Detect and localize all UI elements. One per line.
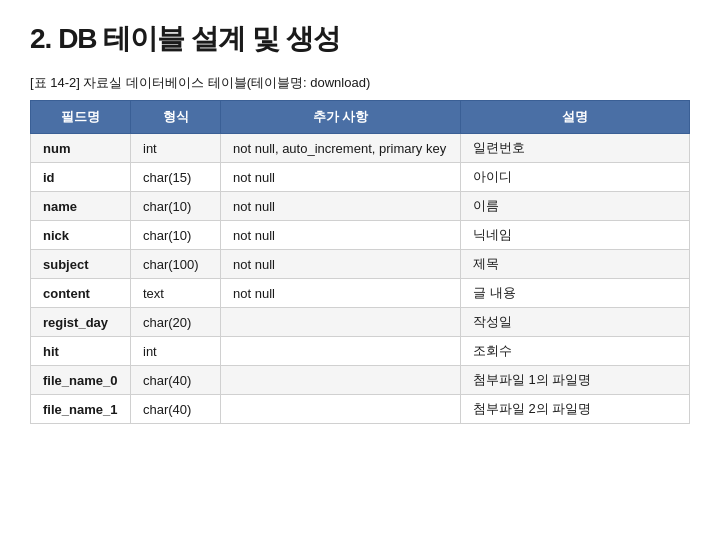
cell-type: text [131,279,221,308]
cell-extra: not null, auto_increment, primary key [221,134,461,163]
cell-desc: 제목 [461,250,690,279]
cell-type: char(40) [131,366,221,395]
cell-desc: 아이디 [461,163,690,192]
table-row: namechar(10)not null이름 [31,192,690,221]
cell-extra [221,308,461,337]
cell-field: regist_day [31,308,131,337]
cell-extra: not null [221,221,461,250]
table-row: regist_daychar(20)작성일 [31,308,690,337]
cell-field: subject [31,250,131,279]
cell-extra [221,395,461,424]
cell-type: char(100) [131,250,221,279]
header-field: 필드명 [31,101,131,134]
cell-extra: not null [221,250,461,279]
cell-field: file_name_0 [31,366,131,395]
cell-desc: 조회수 [461,337,690,366]
cell-type: char(20) [131,308,221,337]
table-row: numintnot null, auto_increment, primary … [31,134,690,163]
cell-extra [221,366,461,395]
cell-type: char(15) [131,163,221,192]
cell-desc: 첨부파일 2의 파일명 [461,395,690,424]
cell-desc: 닉네임 [461,221,690,250]
table-row: file_name_0char(40)첨부파일 1의 파일명 [31,366,690,395]
page-title: 2. DB 테이블 설계 및 생성 [30,20,690,58]
cell-field: content [31,279,131,308]
header-desc: 설명 [461,101,690,134]
table-row: subjectchar(100)not null제목 [31,250,690,279]
db-table: 필드명 형식 추가 사항 설명 numintnot null, auto_inc… [30,100,690,424]
cell-desc: 작성일 [461,308,690,337]
cell-field: nick [31,221,131,250]
cell-type: char(40) [131,395,221,424]
cell-type: int [131,134,221,163]
table-header-row: 필드명 형식 추가 사항 설명 [31,101,690,134]
table-caption: [표 14-2] 자료실 데이터베이스 테이블(테이블명: download) [30,74,690,92]
cell-field: name [31,192,131,221]
cell-field: hit [31,337,131,366]
table-row: hitint조회수 [31,337,690,366]
table-body: numintnot null, auto_increment, primary … [31,134,690,424]
cell-field: file_name_1 [31,395,131,424]
table-row: contenttextnot null글 내용 [31,279,690,308]
table-row: file_name_1char(40)첨부파일 2의 파일명 [31,395,690,424]
cell-type: int [131,337,221,366]
cell-desc: 첨부파일 1의 파일명 [461,366,690,395]
cell-extra: not null [221,279,461,308]
cell-field: num [31,134,131,163]
header-extra: 추가 사항 [221,101,461,134]
cell-extra: not null [221,192,461,221]
cell-desc: 글 내용 [461,279,690,308]
cell-extra: not null [221,163,461,192]
cell-desc: 일련번호 [461,134,690,163]
cell-desc: 이름 [461,192,690,221]
table-row: nickchar(10)not null닉네임 [31,221,690,250]
table-row: idchar(15)not null아이디 [31,163,690,192]
cell-field: id [31,163,131,192]
cell-extra [221,337,461,366]
cell-type: char(10) [131,192,221,221]
cell-type: char(10) [131,221,221,250]
header-type: 형식 [131,101,221,134]
